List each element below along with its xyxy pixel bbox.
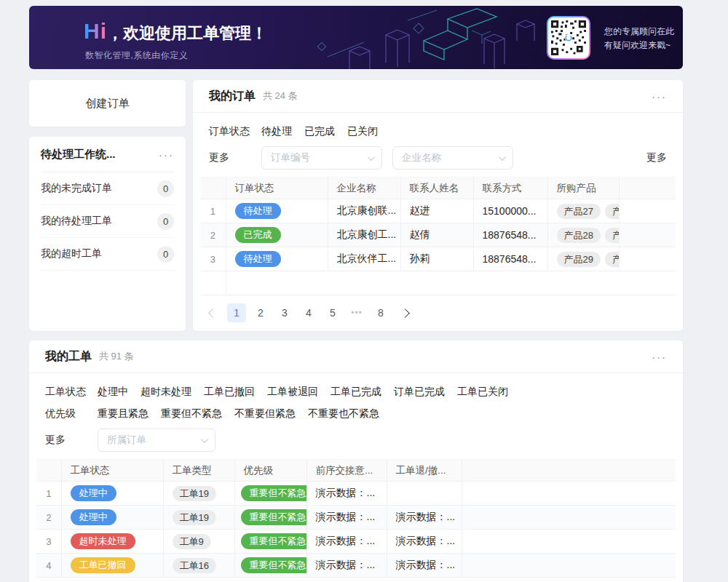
ticket-row[interactable]: 2处理中工单19重要但不紧急演示数据：...演示数据：... [36,506,676,530]
order-status-badge: 待处理 [235,251,281,267]
order-row[interactable]: 2已完成北京康创工...赵倩18876548...产品28产 [200,223,676,247]
column-header: 订单状态 [226,178,328,199]
product-tag: 产 [605,228,619,243]
contact-cell: 赵进 [400,199,473,223]
ticket-filter-option[interactable]: 工单已完成 [331,386,381,399]
company-cell: 北京康创工... [328,223,400,247]
welcome-banner: Hi，欢迎使用工单管理！ 数智化管理,系统由你定义 [29,6,683,69]
order-number-select[interactable]: 订单编号 [261,146,382,170]
orders-more-link[interactable]: 更多 [646,151,667,164]
order-status-cell: 待处理 [226,199,328,223]
ticket-row[interactable]: 3超时未处理工单9重要但不紧急演示数据：...演示数据：... [36,530,676,554]
priority-cell: 重要但不紧急 [234,530,306,554]
pre-handover-cell: 演示数据：... [306,554,387,578]
more-menu-icon[interactable]: ··· [159,149,174,160]
stat-item-label: 我的待处理工单 [41,215,112,228]
parent-order-select[interactable]: 所属订单 [98,428,215,452]
ticket-status-cell: 处理中 [61,482,163,506]
my-orders-panel: 我的订单 共 24 条 ··· 订单状态 待处理已完成已关闭 更多 订单编号 企… [193,80,683,331]
stat-item-label: 我的超时工单 [41,247,102,260]
order-row[interactable]: 3待处理北京伙伴工...孙莉18876548...产品29产 [200,247,676,271]
product-tag: 产 [605,204,619,219]
ticket-filter-row: 工单状态处理中超时未处理工单已撤回工单被退回工单已完成订单已完成工单已关闭 [45,381,667,403]
ticket-status-cell: 工单已撤回 [61,554,163,578]
pagination-next-button[interactable] [395,303,414,322]
ticket-type-cell: 工单16 [163,554,234,578]
return-reason-cell [387,482,462,506]
pre-handover-cell: 演示数据：... [306,482,387,506]
pagination-page-button[interactable]: 5 [323,303,342,322]
pagination: 12345•••8 [203,303,673,322]
column-header: 企业名称 [328,178,400,199]
filler-cell [619,199,676,223]
pagination-page-button[interactable]: 4 [299,303,318,322]
ticket-filter-label: 优先级 [45,407,98,420]
order-status-options: 待处理已完成已关闭 [261,125,378,138]
pagination-page-button[interactable]: 1 [227,303,246,322]
tickets-count: 共 91 条 [99,350,134,363]
return-reason-cell: 演示数据：... [387,554,462,578]
banner-greeting-text: ，欢迎使用工单管理！ [107,24,267,42]
ticket-filter-row: 优先级重要且紧急重要但不紧急不重要但紧急不重要也不紧急 [45,403,667,425]
company-cell: 北京伙伴工... [328,247,400,271]
order-row[interactable]: 1待处理北京康创联...赵进15100000...产品27产 [200,199,676,223]
create-order-button[interactable]: 创建订单 [29,80,186,127]
column-header: 工单退/撤... [387,460,462,482]
filler-cell [462,506,676,530]
ticket-filter-option[interactable]: 超时未处理 [141,386,191,399]
filler-cell [619,223,676,247]
ticket-type-cell: 工单19 [163,506,234,530]
ticket-filter-option[interactable]: 不重要但紧急 [234,407,296,420]
return-reason-cell: 演示数据：... [387,530,462,554]
company-cell: 北京康创联... [328,199,400,223]
priority-badge: 重要但不紧急 [241,557,307,573]
more-menu-icon[interactable]: ··· [652,351,667,362]
priority-badge: 重要但不紧急 [241,509,307,525]
product-tag: 产品28 [557,228,601,243]
orders-panel-title: 我的订单 [209,89,256,104]
tickets-panel-title: 我的工单 [45,349,92,364]
ticket-filter-option[interactable]: 不重要也不紧急 [308,407,379,420]
stat-item-label: 我的未完成订单 [41,182,112,195]
ticket-status-cell: 处理中 [61,506,163,530]
products-cell: 产品28产 [547,223,619,247]
ticket-filter-label: 工单状态 [45,386,98,399]
order-status-filter-option[interactable]: 已关闭 [347,125,378,138]
company-name-select[interactable]: 企业名称 [392,146,513,170]
pagination-page-button[interactable]: 8 [371,303,390,322]
product-tag: 产 [605,252,619,267]
pagination-page-button[interactable]: 2 [251,303,270,322]
priority-badge: 重要但不紧急 [241,533,307,549]
order-status-badge: 待处理 [235,203,281,219]
order-status-filter-option[interactable]: 已完成 [304,125,335,138]
ticket-filter-option[interactable]: 重要但不紧急 [161,407,222,420]
pre-handover-cell: 演示数据：... [306,530,387,554]
chevron-down-icon [368,154,375,161]
pagination-ellipsis: ••• [347,303,366,322]
ticket-row[interactable]: 1处理中工单19重要但不紧急演示数据：... [36,482,676,506]
ticket-filter-option[interactable]: 重要且紧急 [98,407,149,420]
order-status-filter-label: 订单状态 [209,125,261,138]
qr-code [547,16,590,60]
stats-list: 我的未完成订单0我的待处理工单0我的超时工单0 [41,172,174,271]
product-tag: 产品29 [557,252,601,267]
order-status-filter-option[interactable]: 待处理 [261,125,292,138]
ticket-filter-option[interactable]: 工单被退回 [267,386,318,399]
return-reason-cell: 演示数据：... [387,506,462,530]
ticket-filter-option[interactable]: 处理中 [98,386,128,399]
pagination-prev-button[interactable] [203,303,222,322]
banner-hi-text: Hi [84,19,107,43]
more-menu-icon[interactable]: ··· [652,91,667,102]
ticket-filter-option[interactable]: 工单已关闭 [457,386,508,399]
ticket-row[interactable]: 4工单已撤回工单16重要但不紧急演示数据：...演示数据：... [36,554,676,578]
stat-item[interactable]: 我的未完成订单0 [41,172,174,205]
my-tickets-panel: 我的工单 共 91 条 ··· 工单状态处理中超时未处理工单已撤回工单被退回工单… [29,340,683,582]
pagination-page-button[interactable]: 3 [275,303,294,322]
ticket-status-badge: 工单已撤回 [71,557,135,573]
stat-item[interactable]: 我的待处理工单0 [41,205,174,238]
chevron-down-icon [499,154,506,161]
ticket-filter-option[interactable]: 订单已完成 [394,386,445,399]
ticket-filter-option[interactable]: 工单已撤回 [204,386,255,399]
ticket-type-tag: 工单19 [173,486,216,501]
stat-item[interactable]: 我的超时工单0 [41,238,174,271]
